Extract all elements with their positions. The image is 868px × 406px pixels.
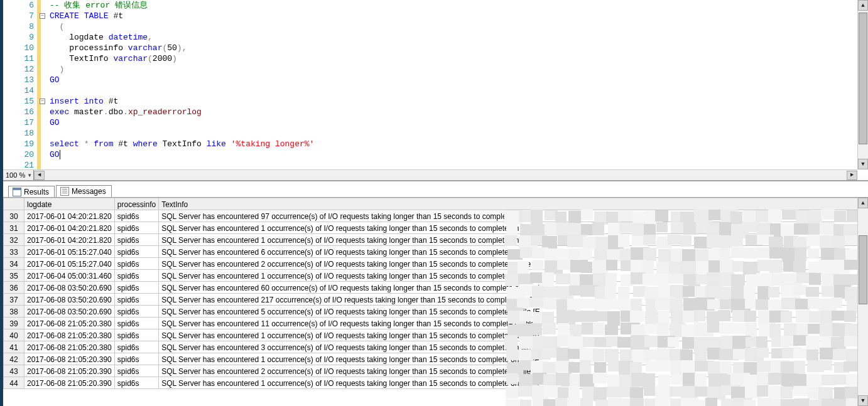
cell-logdate[interactable]: 2017-06-08 21:05:20.390 (24, 365, 115, 377)
grid-icon (13, 188, 21, 196)
row-number-cell[interactable]: 31 (4, 222, 24, 234)
line-number: 16 (3, 107, 35, 117)
cell-processinfo[interactable]: spid6s (114, 210, 158, 222)
cell-processinfo[interactable]: spid6s (114, 377, 158, 389)
row-number-cell[interactable]: 33 (4, 246, 24, 258)
scroll-down-arrow-icon[interactable]: ▼ (858, 395, 868, 406)
cell-processinfo[interactable]: spid6s (114, 365, 158, 377)
row-number-cell[interactable]: 35 (4, 270, 24, 282)
row-number-cell[interactable]: 39 (4, 318, 24, 329)
cell-logdate[interactable]: 2017-06-01 04:20:21.820 (24, 210, 115, 222)
cell-logdate[interactable]: 2017-06-01 05:15:27.040 (24, 246, 115, 258)
row-number-cell[interactable]: 43 (4, 365, 24, 377)
cell-processinfo[interactable]: spid6s (114, 329, 158, 341)
cell-processinfo[interactable]: spid6s (114, 270, 158, 282)
cell-processinfo[interactable]: spid6s (114, 222, 158, 234)
code-line[interactable]: ) (50, 64, 868, 75)
scroll-down-arrow-icon[interactable]: ▼ (858, 159, 868, 169)
chevron-down-icon: ▼ (27, 173, 32, 178)
row-number-cell[interactable]: 34 (4, 258, 24, 270)
row-number-cell[interactable]: 30 (4, 210, 24, 222)
column-header-logdate[interactable]: logdate (24, 198, 115, 210)
cell-logdate[interactable]: 2017-06-01 04:20:21.820 (24, 234, 115, 246)
tab-messages[interactable]: Messages (56, 185, 112, 197)
code-line[interactable] (50, 128, 868, 139)
cell-logdate[interactable]: 2017-06-08 21:05:20.390 (24, 377, 115, 389)
code-line[interactable]: exec master.dbo.xp_readerrorlog (50, 107, 868, 117)
column-header-textinfo[interactable]: TextInfo (159, 198, 868, 210)
scroll-up-arrow-icon[interactable]: ▲ (858, 0, 868, 11)
cell-processinfo[interactable]: spid6s (114, 353, 158, 365)
row-number-cell[interactable]: 38 (4, 306, 24, 318)
tab-results-label: Results (24, 188, 49, 196)
cell-logdate[interactable]: 2017-06-04 05:00:31.460 (24, 270, 115, 282)
line-number: 8 (3, 21, 35, 32)
line-number: 19 (3, 139, 35, 149)
scroll-thumb[interactable] (859, 235, 867, 304)
cell-logdate[interactable]: 2017-06-08 21:05:20.380 (24, 318, 115, 329)
code-line[interactable]: GO (50, 75, 868, 85)
cell-processinfo[interactable]: spid6s (114, 341, 158, 353)
cell-logdate[interactable]: 2017-06-08 03:50:20.690 (24, 282, 115, 294)
results-grid-panel: logdate processinfo TextInfo 302017-06-0… (3, 197, 868, 406)
code-line[interactable]: logdate datetime, (50, 32, 868, 43)
code-line[interactable]: GO (50, 149, 868, 160)
tab-messages-label: Messages (72, 187, 106, 196)
cell-processinfo[interactable]: spid6s (114, 246, 158, 258)
cell-processinfo[interactable]: spid6s (114, 306, 158, 318)
line-number: 10 (3, 43, 35, 53)
row-number-cell[interactable]: 42 (4, 353, 24, 365)
editor-vertical-scrollbar[interactable]: ▲ ▼ (857, 0, 868, 169)
code-line[interactable]: -- 收集 error 错误信息 (50, 0, 868, 11)
cell-logdate[interactable]: 2017-06-08 21:05:20.380 (24, 341, 115, 353)
code-line[interactable]: TextInfo varchar(2000) (50, 53, 868, 64)
cell-processinfo[interactable]: spid6s (114, 234, 158, 246)
sql-editor[interactable]: 67−−8910111213141516171819202122 -- 收集 e… (3, 0, 868, 181)
code-line[interactable]: processinfo varchar(50), (50, 43, 868, 53)
row-number-cell[interactable]: 41 (4, 341, 24, 353)
scroll-left-arrow-icon[interactable]: ◄ (34, 171, 45, 180)
scroll-right-arrow-icon[interactable]: ► (847, 171, 857, 180)
grid-vertical-scrollbar[interactable]: ▲ ▼ (857, 198, 868, 406)
line-number: 20 (3, 149, 35, 160)
row-number-cell[interactable]: 44 (4, 377, 24, 389)
tab-results[interactable]: Results (8, 186, 55, 198)
scroll-up-arrow-icon[interactable]: ▲ (858, 198, 868, 208)
zoom-dropdown[interactable]: 100 % ▼ (3, 170, 34, 180)
cell-logdate[interactable]: 2017-06-08 21:05:20.380 (24, 329, 115, 341)
line-number-gutter: 67−−8910111213141516171819202122 (3, 0, 41, 180)
code-line[interactable]: select * from #t where TextInfo like '%t… (50, 139, 868, 149)
code-line[interactable]: GO (50, 117, 868, 128)
line-number: 9 (3, 32, 35, 43)
row-number-cell[interactable]: 40 (4, 329, 24, 341)
row-number-cell[interactable]: 36 (4, 282, 24, 294)
cell-processinfo[interactable]: spid6s (114, 294, 158, 306)
cell-logdate[interactable]: 2017-06-08 21:05:20.390 (24, 353, 115, 365)
cell-processinfo[interactable]: spid6s (114, 282, 158, 294)
grid-corner-cell[interactable] (4, 198, 24, 210)
cell-processinfo[interactable]: spid6s (114, 318, 158, 329)
results-tabs-bar: Results Messages (3, 181, 868, 197)
collapse-toggle-icon[interactable]: − (40, 99, 45, 104)
cell-processinfo[interactable]: spid6s (114, 258, 158, 270)
collapse-toggle-icon[interactable]: − (40, 13, 45, 19)
row-number-cell[interactable]: 32 (4, 234, 24, 246)
code-line[interactable]: ( (50, 21, 868, 32)
editor-horizontal-scrollbar[interactable]: 100 % ▼ ◄ ► (3, 169, 857, 180)
line-number: 6 (3, 0, 35, 11)
cell-logdate[interactable]: 2017-06-08 03:50:20.690 (24, 306, 115, 318)
code-line[interactable]: CREATE TABLE #t (50, 11, 868, 21)
line-number: 11 (3, 53, 35, 64)
cell-logdate[interactable]: 2017-06-01 04:20:21.820 (24, 222, 115, 234)
code-area[interactable]: -- 收集 error 错误信息CREATE TABLE #t ( logdat… (41, 0, 868, 180)
cell-logdate[interactable]: 2017-06-01 05:15:27.040 (24, 258, 115, 270)
column-header-processinfo[interactable]: processinfo (114, 198, 158, 210)
grid-header-row: logdate processinfo TextInfo (4, 198, 868, 210)
document-icon (60, 187, 69, 196)
row-number-cell[interactable]: 37 (4, 294, 24, 306)
cell-logdate[interactable]: 2017-06-08 03:50:20.690 (24, 294, 115, 306)
scroll-thumb[interactable] (859, 13, 867, 144)
code-line[interactable] (50, 85, 868, 96)
code-line[interactable]: insert into #t (50, 96, 868, 107)
line-number: 18 (3, 128, 35, 139)
